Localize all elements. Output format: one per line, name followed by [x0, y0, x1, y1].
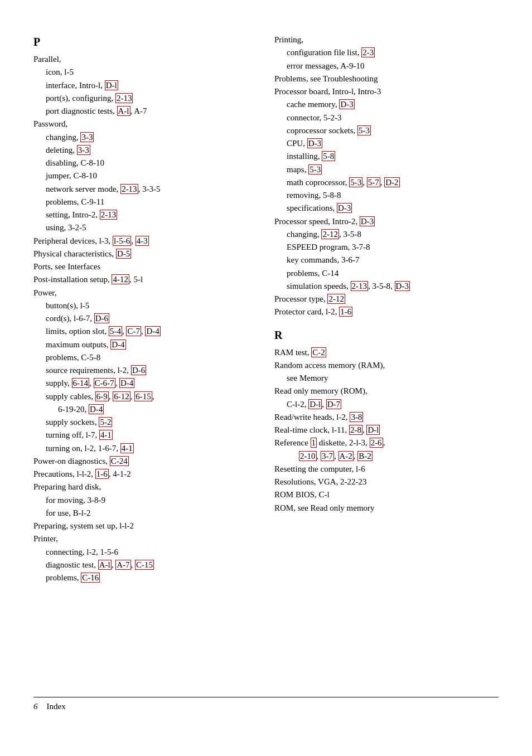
ref-c-24[interactable]: C-24	[110, 456, 129, 466]
entry-rom-see: ROM, see Read only memory	[274, 502, 499, 515]
entry-proc-math: math coprocessor, 5-3, 5-7, D-2	[274, 176, 499, 189]
ref-2-8[interactable]: 2-8	[349, 425, 362, 435]
ref-5-3a[interactable]: 5-3	[357, 125, 371, 135]
content-columns: P Parallel, icon, l-5 interface, Intro-l…	[33, 33, 499, 697]
footer-page-number: 6	[33, 702, 38, 711]
ref-b-2[interactable]: B-2	[357, 451, 373, 461]
entry-printing: Printing,	[274, 33, 499, 46]
page: P Parallel, icon, l-5 interface, Intro-l…	[0, 0, 532, 756]
ref-5-7[interactable]: 5-7	[367, 177, 380, 187]
ref-3-7[interactable]: 3-7	[321, 451, 334, 461]
ref-d-l-b[interactable]: D-l	[308, 399, 322, 409]
entry-parallel-interface: interface, Intro-l, D-l	[33, 79, 258, 92]
ref-2-10[interactable]: 2-10	[299, 451, 317, 461]
ref-2-13b[interactable]: 2-13	[120, 184, 138, 194]
ref-d-4c[interactable]: D-4	[119, 378, 134, 388]
ref-6-12[interactable]: 6-12	[113, 391, 130, 401]
ref-4-3[interactable]: 4-3	[136, 236, 149, 246]
entry-reference: Reference 1 diskette, 2-l-3, 2-6,	[274, 437, 499, 449]
footer-index-label: Index	[47, 702, 66, 711]
ref-d-3a[interactable]: D-3	[339, 99, 354, 109]
entry-parallel: Parallel,	[33, 53, 258, 66]
ref-1-6b[interactable]: 1-6	[339, 307, 352, 317]
ref-d-6a[interactable]: D-6	[94, 313, 109, 323]
entry-parallel-icon: icon, l-5	[33, 66, 258, 79]
ref-a-l-a[interactable]: A-l	[117, 106, 130, 116]
ref-3-3a[interactable]: 3-3	[80, 132, 94, 142]
ref-c-6-7[interactable]: C-6-7	[94, 378, 115, 388]
ref-5-3b[interactable]: 5-3	[308, 164, 322, 175]
entry-prep-hd-use: for use, B-l-2	[33, 507, 258, 520]
ref-1[interactable]: 1	[311, 438, 317, 448]
entry-proc-maps: maps, 5-3	[274, 163, 499, 176]
ref-1-6a[interactable]: 1-6	[95, 469, 109, 479]
ref-2-13d[interactable]: 2-13	[351, 281, 369, 291]
ref-d-l[interactable]: D-l	[105, 80, 118, 90]
entry-realtime: Real-time clock, l-11, 2-8, D-l	[274, 424, 499, 437]
ref-4-12a[interactable]: 4-12	[112, 274, 129, 284]
ref-d-7[interactable]: D-7	[326, 399, 341, 409]
entry-ram: Random access memory (RAM),	[274, 359, 499, 372]
entry-peripheral: Peripheral devices, l-3, l-5-6, 4-3	[33, 235, 258, 248]
ref-2-6[interactable]: 2-6	[370, 438, 383, 448]
ref-a-7[interactable]: A-7	[115, 560, 130, 570]
ref-d-3e[interactable]: D-3	[395, 281, 410, 291]
entry-power-cables: supply cables, 6-9, 6-12, 6-15,	[33, 390, 258, 403]
ref-d-4b[interactable]: D-4	[110, 340, 125, 350]
ref-c-16[interactable]: C-16	[81, 573, 100, 583]
ref-2-12b[interactable]: 2-12	[327, 294, 345, 304]
entry-password-disabling: disabling, C-8-10	[33, 157, 258, 169]
ref-l-5-6[interactable]: l-5-6	[113, 236, 131, 246]
entry-proc-specs: specifications, D-3	[274, 202, 499, 215]
entry-proc-type: Processor type, 2-12	[274, 293, 499, 306]
entry-protector: Protector card, l-2, 1-6	[274, 306, 499, 318]
ref-6-9[interactable]: 6-9	[95, 391, 109, 401]
ref-d-6b[interactable]: D-6	[131, 365, 146, 375]
ref-3-8[interactable]: 3-8	[350, 412, 363, 422]
ref-2-12a[interactable]: 2-12	[321, 229, 339, 239]
entry-power-off: turning off, l-7, 4-1	[33, 429, 258, 442]
entry-printer: Printer,	[33, 532, 258, 545]
ref-c-7[interactable]: C-7	[126, 326, 141, 336]
ref-6-15[interactable]: 6-15	[134, 391, 152, 401]
entry-power-max: maximum outputs, D-4	[33, 338, 258, 351]
ref-c-15[interactable]: C-15	[135, 560, 154, 570]
entry-rom-refs: C-l-2, D-l, D-7	[274, 398, 499, 411]
ref-d-4a[interactable]: D-4	[145, 326, 160, 336]
entry-proc-speed-changing: changing, 2-12, 3-5-8	[274, 228, 499, 241]
ref-3-3b[interactable]: 3-3	[77, 145, 90, 155]
ref-2-13c[interactable]: 2-13	[100, 210, 118, 220]
ref-2-13a[interactable]: 2-13	[115, 93, 133, 103]
entry-password-deleting: deleting, 3-3	[33, 144, 258, 157]
footer-rule	[33, 697, 499, 697]
ref-4-1a[interactable]: 4-1	[99, 430, 113, 440]
left-column: P Parallel, icon, l-5 interface, Intro-l…	[33, 33, 274, 697]
ref-5-4[interactable]: 5-4	[109, 326, 122, 336]
entry-precautions: Precautions, l-l-2, 1-6, 4-1-2	[33, 468, 258, 481]
ref-5-8a[interactable]: 5-8	[322, 151, 335, 161]
entry-proc-cpu: CPU, D-3	[274, 137, 499, 150]
entry-reference-cont: 2-10, 3-7, A-2, B-2	[274, 450, 499, 463]
ref-d-4d[interactable]: D-4	[89, 404, 104, 414]
ref-d-2[interactable]: D-2	[384, 177, 399, 187]
ref-6-14[interactable]: 6-14	[72, 378, 90, 388]
ref-d-l-c[interactable]: D-l	[366, 425, 380, 435]
ref-5-2[interactable]: 5-2	[99, 417, 112, 427]
entry-prep-system: Preparing, system set up, l-l-2	[33, 520, 258, 532]
ref-d-3c[interactable]: D-3	[337, 203, 352, 213]
entry-printer-connect: connecting, l-2, 1-5-6	[33, 546, 258, 559]
ref-d-3d[interactable]: D-3	[360, 216, 375, 226]
ref-d-5[interactable]: D-5	[116, 249, 131, 259]
entry-proc-speed-key: key commands, 3-6-7	[274, 254, 499, 266]
ref-5-3c[interactable]: 5-3	[349, 177, 362, 187]
ref-c-2[interactable]: C-2	[311, 347, 326, 357]
footer: 6 Index	[33, 702, 499, 711]
ref-d-3b[interactable]: D-3	[307, 138, 322, 148]
entry-rom: Read only memory (ROM),	[274, 385, 499, 398]
ref-4-1b[interactable]: 4-1	[120, 443, 134, 453]
entry-password-jumper: jumper, C-8-10	[33, 169, 258, 182]
entry-password-changing: changing, 3-3	[33, 131, 258, 144]
ref-2-3[interactable]: 2-3	[361, 47, 375, 57]
ref-a-2[interactable]: A-2	[338, 451, 354, 461]
ref-a-l-b[interactable]: A-l	[98, 560, 112, 570]
